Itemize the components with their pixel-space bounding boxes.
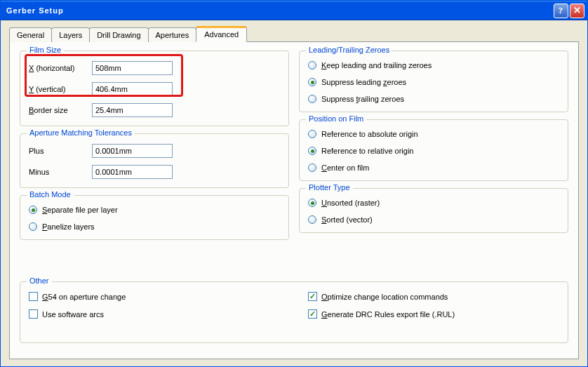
- checkbox-icon: [29, 309, 38, 319]
- group-plotter-type: Plotter Type Unsorted (raster) Sorted (v…: [299, 188, 568, 233]
- checkbox-icon: [29, 292, 38, 301]
- label-minus: Minus: [29, 168, 92, 176]
- label-plus: Plus: [29, 147, 92, 155]
- radio-absolute-origin[interactable]: Reference to absolute origin: [308, 130, 559, 138]
- radio-label: Panelize layers: [42, 222, 95, 231]
- input-plus[interactable]: [92, 144, 173, 158]
- radio-icon: [29, 206, 37, 214]
- group-title-aperture: Aperture Matching Tolerances: [29, 128, 132, 137]
- input-x-horizontal[interactable]: [92, 61, 173, 75]
- radio-icon: [308, 215, 316, 224]
- radio-icon: [308, 130, 316, 138]
- radio-label: Keep leading and trailing zeroes: [321, 61, 432, 69]
- radio-separate-file[interactable]: Separate file per layer: [29, 206, 280, 214]
- radio-unsorted[interactable]: Unsorted (raster): [308, 199, 559, 207]
- tab-panel-advanced: Film Size X (horizontal) Y (vertical) Bo…: [9, 41, 579, 359]
- radio-label: Reference to absolute origin: [321, 130, 418, 138]
- group-title-position: Position on Film: [309, 114, 363, 123]
- group-position: Position on Film Reference to absolute o…: [299, 119, 568, 181]
- radio-center-on-film[interactable]: Center on film: [308, 164, 559, 172]
- check-label: Use software arcs: [42, 310, 104, 319]
- radio-relative-origin[interactable]: Reference to relative origin: [308, 147, 559, 155]
- radio-icon: [308, 78, 316, 86]
- check-g54[interactable]: G54 on aperture change: [29, 292, 280, 301]
- group-title-film-size: Film Size: [29, 46, 61, 54]
- input-minus[interactable]: [92, 165, 173, 179]
- label-y-vertical: Y (vertical): [29, 85, 92, 93]
- tab-drill-drawing[interactable]: Drill Drawing: [89, 27, 148, 42]
- group-film-size: Film Size X (horizontal) Y (vertical) Bo…: [20, 51, 289, 126]
- check-generate-drc[interactable]: Generate DRC Rules export file (.RUL): [308, 309, 559, 319]
- group-batch-mode: Batch Mode Separate file per layer Panel…: [20, 195, 289, 240]
- label-x-horizontal: X (horizontal): [29, 64, 92, 72]
- tab-layers[interactable]: Layers: [51, 27, 90, 42]
- radio-label: Unsorted (raster): [321, 199, 380, 207]
- radio-label: Sorted (vector): [321, 215, 373, 224]
- radio-label: Suppress leading zeroes: [321, 78, 406, 86]
- group-other: Other G54 on aperture change Use softwar…: [20, 281, 568, 343]
- radio-label: Separate file per layer: [42, 206, 118, 214]
- window-title: Gerber Setup: [6, 6, 64, 15]
- radio-icon: [308, 147, 316, 155]
- radio-icon: [308, 95, 316, 103]
- radio-keep-zeroes[interactable]: Keep leading and trailing zeroes: [308, 61, 559, 69]
- radio-icon: [308, 61, 316, 69]
- radio-label: Suppress trailing zeroes: [321, 95, 404, 103]
- radio-label: Reference to relative origin: [321, 147, 413, 155]
- radio-suppress-leading[interactable]: Suppress leading zeroes: [308, 78, 559, 86]
- radio-suppress-trailing[interactable]: Suppress trailing zeroes: [308, 95, 559, 103]
- group-aperture-tolerances: Aperture Matching Tolerances Plus Minus: [20, 133, 289, 188]
- radio-icon: [29, 222, 37, 231]
- input-y-vertical[interactable]: [92, 82, 173, 96]
- tabstrip: General Layers Drill Drawing Apertures A…: [9, 27, 579, 42]
- titlebar[interactable]: Gerber Setup ? ✕: [1, 1, 587, 20]
- input-border-size[interactable]: [92, 103, 173, 117]
- check-label: Generate DRC Rules export file (.RUL): [321, 310, 455, 319]
- tab-apertures[interactable]: Apertures: [148, 27, 197, 42]
- radio-icon: [308, 164, 316, 172]
- gerber-setup-dialog: Gerber Setup ? ✕ General Layers Drill Dr…: [0, 0, 588, 367]
- checkbox-icon: [308, 309, 317, 319]
- check-label: Optimize change location commands: [321, 293, 448, 301]
- radio-icon: [308, 199, 316, 207]
- group-zeroes: Leading/Trailing Zeroes Keep leading and…: [299, 51, 568, 112]
- help-button[interactable]: ?: [554, 4, 568, 18]
- radio-sorted[interactable]: Sorted (vector): [308, 215, 559, 224]
- group-title-zeroes: Leading/Trailing Zeroes: [309, 46, 389, 54]
- check-optimize[interactable]: Optimize change location commands: [308, 292, 559, 301]
- label-border-size: Border size: [29, 106, 92, 114]
- radio-label: Center on film: [321, 164, 369, 172]
- tab-general[interactable]: General: [9, 27, 52, 42]
- group-title-plotter: Plotter Type: [309, 183, 350, 192]
- checkbox-icon: [308, 292, 317, 301]
- check-software-arcs[interactable]: Use software arcs: [29, 309, 280, 319]
- radio-panelize[interactable]: Panelize layers: [29, 222, 280, 231]
- group-title-batch: Batch Mode: [29, 190, 71, 199]
- close-button[interactable]: ✕: [570, 4, 584, 18]
- check-label: G54 on aperture change: [42, 293, 126, 301]
- tab-advanced[interactable]: Advanced: [196, 26, 247, 42]
- group-title-other: Other: [29, 276, 49, 285]
